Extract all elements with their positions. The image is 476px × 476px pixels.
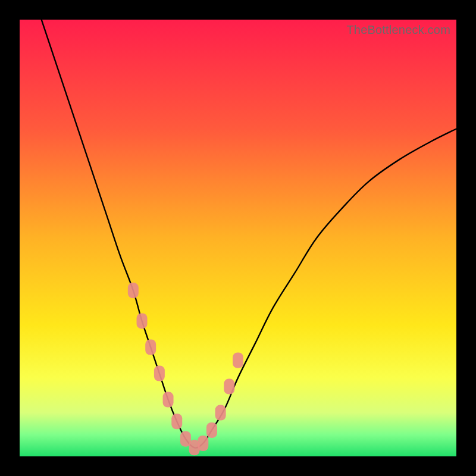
svg-rect-9: [198, 436, 208, 451]
plot-area: TheBottleneck.com: [20, 20, 456, 456]
svg-rect-1: [128, 283, 139, 298]
svg-rect-3: [145, 340, 156, 355]
highlight-markers: [128, 283, 243, 455]
svg-rect-4: [154, 366, 165, 381]
svg-rect-13: [233, 353, 243, 368]
svg-rect-5: [163, 392, 174, 408]
chart-svg: [20, 20, 456, 456]
svg-rect-2: [137, 313, 148, 328]
watermark-text: TheBottleneck.com: [346, 23, 450, 37]
svg-rect-12: [224, 379, 234, 394]
bottleneck-curve: [42, 20, 456, 448]
svg-rect-10: [206, 422, 217, 438]
chart-frame: TheBottleneck.com: [0, 0, 476, 476]
svg-rect-6: [171, 414, 182, 429]
svg-rect-11: [215, 405, 226, 421]
